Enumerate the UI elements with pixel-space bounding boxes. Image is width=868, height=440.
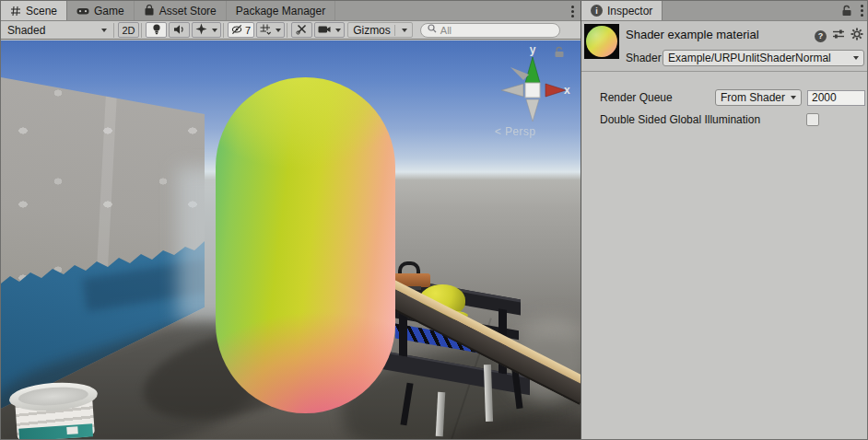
scene-tab-icon — [10, 6, 21, 17]
tab-package-manager-label: Package Manager — [236, 5, 325, 17]
hidden-object-count: 7 — [245, 25, 251, 36]
axis-neg-z-cone — [510, 67, 529, 80]
toolbar-separator — [223, 23, 224, 38]
grid-snap-icon — [260, 24, 271, 37]
component-tools-button[interactable] — [291, 22, 312, 38]
chevron-down-icon — [791, 96, 796, 99]
render-queue-dropdown[interactable]: From Shader — [715, 89, 802, 106]
search-filter-value: All — [440, 25, 452, 36]
chevron-down-icon — [335, 29, 341, 32]
lock-icon[interactable] — [841, 5, 852, 17]
tab-scene[interactable]: Scene — [1, 1, 67, 20]
gizmo-lock-icon[interactable] — [554, 46, 565, 58]
unity-editor-window: Scene Game Asset Store Package Manager — [0, 0, 868, 440]
inspector-tab-icon: i — [591, 5, 603, 17]
paint-bucket-object[interactable] — [8, 380, 100, 439]
shader-value: Example/URPUnlitShaderNormal — [668, 52, 850, 64]
axis-y-cone — [525, 57, 540, 83]
shading-mode-label: Shaded — [7, 24, 45, 37]
scene-viewport[interactable]: y x < Persp — [1, 41, 581, 439]
chevron-down-icon — [853, 56, 859, 60]
grid-snap-dropdown-button[interactable] — [256, 22, 285, 38]
render-queue-mode: From Shader — [721, 91, 788, 104]
render-queue-label: Render Queue — [600, 91, 715, 104]
tab-asset-store[interactable]: Asset Store — [135, 1, 227, 20]
tab-scene-label: Scene — [26, 5, 57, 17]
gizmo-cube — [525, 83, 540, 98]
material-preview-thumbnail[interactable] — [584, 24, 619, 59]
audio-toggle-button[interactable] — [169, 22, 190, 38]
axis-x-cone — [545, 84, 566, 97]
help-icon[interactable]: ? — [815, 30, 827, 42]
settings-gear-icon[interactable] — [850, 28, 863, 44]
chevron-down-icon — [212, 29, 217, 32]
inspector-tabbar: i Inspector — [581, 1, 868, 21]
render-queue-row: Render Queue From Shader 2000 — [600, 89, 865, 106]
game-tab-icon — [76, 6, 89, 16]
lighting-toggle-button[interactable] — [146, 22, 167, 38]
shader-label: Shader — [626, 52, 663, 64]
effects-dropdown-button[interactable] — [192, 22, 221, 38]
tab-inspector[interactable]: i Inspector — [581, 1, 663, 20]
chevron-down-icon — [276, 29, 281, 32]
shader-dropdown[interactable]: Example/URPUnlitShaderNormal — [663, 50, 864, 66]
double-sided-gi-checkbox[interactable] — [806, 113, 819, 126]
chevron-down-icon — [101, 29, 107, 32]
search-icon — [427, 23, 438, 37]
asset-store-tab-icon — [144, 5, 155, 17]
scene-toolbar: Shaded 2D 7 — [1, 21, 581, 40]
double-sided-gi-label: Double Sided Global Illumination — [600, 113, 806, 126]
scene-visibility-toggle[interactable]: 7 — [228, 22, 254, 38]
toolbar-separator — [287, 23, 287, 38]
axis-neg-y-cone — [526, 99, 539, 122]
gizmos-label: Gizmos — [353, 24, 391, 37]
shading-mode-dropdown[interactable]: Shaded — [3, 22, 111, 39]
chevron-down-icon — [402, 29, 407, 32]
material-preview-sphere — [586, 26, 617, 57]
inspector-menu-icon[interactable] — [861, 5, 863, 17]
scene-menu-icon[interactable] — [571, 6, 574, 17]
camera-icon — [318, 25, 331, 36]
perspective-toggle[interactable]: < Persp — [495, 125, 536, 138]
camera-settings-button[interactable] — [314, 22, 345, 38]
material-title: Shader example material — [626, 28, 759, 41]
lighting-icon — [151, 23, 162, 38]
double-sided-gi-row: Double Sided Global Illumination — [600, 111, 865, 128]
axis-x-label: x — [564, 84, 570, 97]
presets-icon[interactable] — [832, 28, 845, 44]
tab-package-manager[interactable]: Package Manager — [227, 1, 335, 20]
material-properties: Render Queue From Shader 2000 Double Sid… — [581, 72, 868, 128]
effects-icon — [195, 23, 207, 37]
capsule-object[interactable] — [216, 77, 395, 413]
toolbar-separator — [113, 23, 114, 38]
axis-neg-x-cone — [501, 84, 523, 97]
inspector-panel: i Inspector Shader example material ? — [581, 1, 868, 439]
tab-asset-store-label: Asset Store — [159, 5, 217, 17]
tab-inspector-label: Inspector — [607, 5, 652, 17]
toggle-2d-button[interactable]: 2D — [118, 22, 139, 38]
gizmos-dropdown[interactable]: Gizmos — [347, 22, 413, 38]
tools-icon — [296, 23, 308, 37]
audio-icon — [173, 24, 185, 37]
scene-search-input[interactable]: All — [420, 23, 560, 38]
scene-tabbar: Scene Game Asset Store Package Manager — [1, 1, 581, 21]
tab-game-label: Game — [94, 5, 124, 17]
visibility-icon — [231, 24, 243, 37]
axis-y-label: y — [530, 43, 536, 56]
tab-game[interactable]: Game — [67, 1, 135, 20]
toolbar-separator — [141, 23, 142, 38]
scene-panel: Scene Game Asset Store Package Manager — [1, 1, 581, 439]
material-header: Shader example material ? Shader Example… — [581, 21, 868, 72]
render-queue-value-field[interactable]: 2000 — [807, 90, 865, 106]
